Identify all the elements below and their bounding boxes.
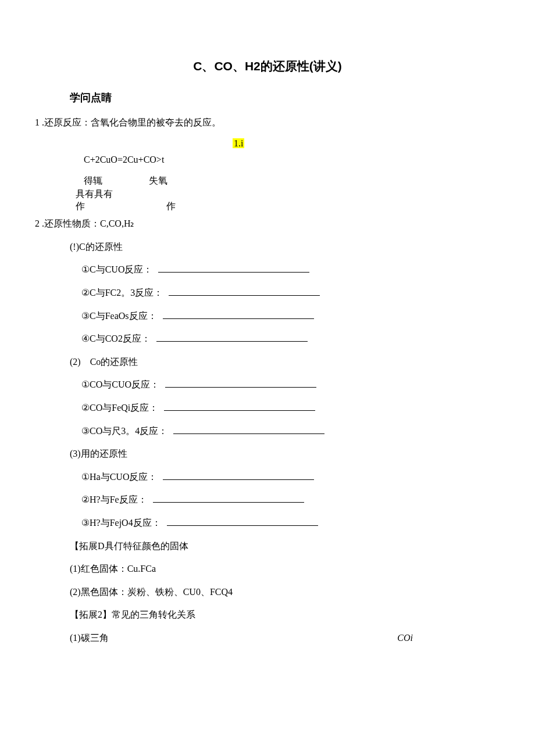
item-1: 1 .还原反应：含氧化合物里的被夺去的反应。: [35, 115, 500, 130]
section-1-item-4: ④C与CO2反应：: [81, 331, 500, 346]
highlight-text: 1.i: [233, 138, 244, 148]
fill-blank: [163, 479, 314, 480]
fill-blank: [173, 433, 324, 434]
fill-blank: [158, 272, 309, 273]
section-2-item-1: ①CO与CUO反应：: [81, 377, 500, 392]
extension-2-item-1: (1)碳三角 COi: [70, 630, 500, 646]
section-2-item-3: ③CO与尺3。4反应：: [81, 424, 500, 439]
extension-1-item-2: (2)黑色固体：炭粉、铁粉、CU0、FCQ4: [70, 585, 500, 600]
section-1-item-1: ①C与CUO反应：: [81, 262, 500, 277]
section-2-header: (2) Co的还原性: [70, 354, 500, 370]
section-3-item-1: ①Ha与CUO反应：: [81, 470, 500, 485]
equation-block: 1.i C+2CuO=2Cu+CO>t 得辄 失氧 具有具有 作 作: [70, 138, 500, 213]
fill-blank: [165, 387, 316, 388]
extension-1-header: 【拓展D具仃特征颜色的固体: [70, 539, 500, 554]
coi-label: COi: [397, 630, 413, 646]
fill-blank: [156, 341, 308, 342]
section-subtitle: 学问点睛: [70, 91, 500, 105]
section-1-item-2: ②C与FC2。3反应：: [81, 285, 500, 300]
section-3-item-2: ②H?与Fe反应：: [81, 492, 500, 507]
eq-row4-right: 作: [166, 200, 176, 213]
section-1-header: (!)C的还原性: [70, 239, 500, 255]
fill-blank: [164, 410, 315, 411]
eq-label-left: 得辄: [84, 175, 102, 187]
eq-row3: 具有具有: [76, 188, 500, 200]
extension-1-item-1: (1)红色固体：Cu.FCa: [70, 561, 500, 576]
section-2-item-2: ②CO与FeQi反应：: [81, 400, 500, 415]
fill-blank: [167, 525, 318, 526]
document-title: C、CO、H2的还原性(讲义): [35, 58, 500, 74]
fill-blank: [169, 295, 320, 296]
section-3-header: (3)用的还原性: [70, 446, 500, 461]
section-3-item-3: ③H?与FejO4反应：: [81, 515, 500, 531]
eq-row4-left: 作: [76, 200, 85, 213]
section-1-item-3: ③C与FeaOs反应：: [81, 309, 500, 324]
equation-line: C+2CuO=2Cu+CO>t: [84, 152, 500, 167]
extension-2-header: 【拓展2】常见的三角转化关系: [70, 607, 500, 622]
fill-blank: [153, 502, 304, 503]
item-2: 2 .还原性物质：C,CO,H₂: [35, 216, 500, 231]
fill-blank: [163, 318, 314, 319]
eq-label-right: 失氧: [149, 175, 167, 187]
